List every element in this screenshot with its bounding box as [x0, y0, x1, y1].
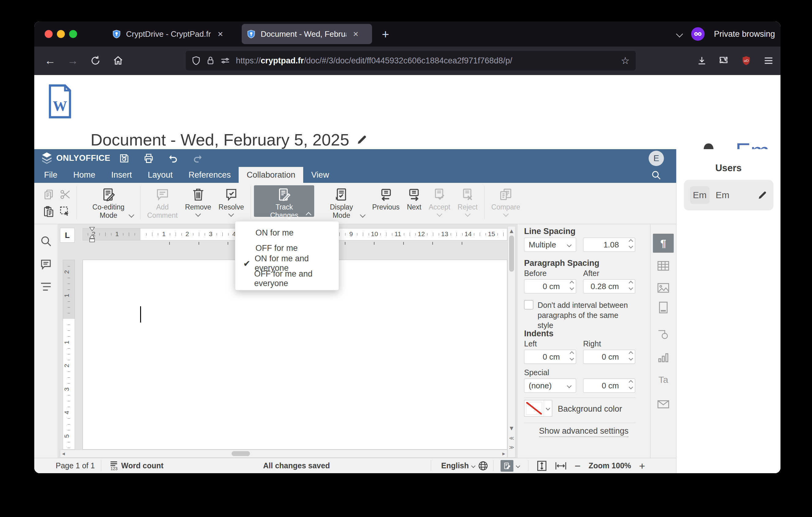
- advanced-settings-link[interactable]: Show advanced settings: [517, 426, 650, 436]
- save-icon[interactable]: [117, 152, 131, 165]
- mail-merge-icon[interactable]: [657, 400, 669, 409]
- undo-icon[interactable]: [167, 152, 180, 165]
- zoom-level[interactable]: Zoom 100%: [589, 461, 631, 470]
- scroll-down-icon[interactable]: ▼: [508, 425, 515, 432]
- menu-tab[interactable]: View: [303, 167, 337, 183]
- paste-icon[interactable]: [40, 203, 57, 220]
- reload-icon[interactable]: [87, 53, 104, 69]
- fit-page-icon[interactable]: [536, 460, 547, 471]
- close-tab-icon[interactable]: ×: [353, 29, 358, 38]
- rename-pencil-icon[interactable]: [356, 134, 368, 145]
- fit-width-icon[interactable]: [555, 461, 567, 470]
- tab-cryptdrive[interactable]: CryptDrive - CryptPad.fr ×: [107, 24, 237, 44]
- line-spacing-value-spinner[interactable]: 1.08: [583, 238, 635, 252]
- track-changes-toggle[interactable]: [500, 458, 520, 473]
- search-icon[interactable]: [651, 170, 662, 181]
- indent-markers[interactable]: [88, 227, 96, 243]
- new-tab-button[interactable]: +: [378, 27, 393, 42]
- previous-page-button[interactable]: ≪: [508, 435, 515, 441]
- adblocker-shield-icon[interactable]: uO: [738, 53, 754, 69]
- track-changes-menu-item[interactable]: ✔ OFF for me and everyone: [235, 271, 339, 287]
- line-spacing-select[interactable]: Multiple: [524, 238, 576, 252]
- menu-tab[interactable]: Home: [65, 167, 104, 183]
- editor-user-avatar[interactable]: E: [648, 151, 664, 166]
- home-icon[interactable]: [110, 53, 126, 69]
- tab-stop-selector[interactable]: L: [60, 228, 75, 243]
- spacing-after-spinner[interactable]: 0.28 cm: [583, 279, 635, 293]
- close-tab-icon[interactable]: ×: [218, 29, 223, 38]
- table-settings-icon[interactable]: [657, 261, 669, 271]
- shape-settings-icon[interactable]: [658, 329, 669, 340]
- same-style-checkbox[interactable]: [524, 300, 533, 309]
- reject-change-button[interactable]: Reject: [454, 185, 481, 216]
- permissions-icon[interactable]: [221, 57, 230, 64]
- track-changes-button[interactable]: Track Changes: [254, 185, 314, 217]
- remove-comment-button[interactable]: Remove: [181, 185, 215, 216]
- redo-icon[interactable]: [191, 152, 204, 165]
- spacing-before-spinner[interactable]: 0 cm: [524, 279, 576, 293]
- close-window-button[interactable]: [45, 30, 53, 38]
- display-mode-button[interactable]: Display Mode: [314, 185, 368, 217]
- connection-lock-icon[interactable]: [206, 56, 214, 65]
- back-icon[interactable]: ←: [42, 53, 58, 69]
- navigation-headings-icon[interactable]: [40, 282, 52, 292]
- indent-right-spinner[interactable]: 0 cm: [583, 350, 635, 364]
- menu-hamburger-icon[interactable]: [761, 53, 777, 69]
- chart-settings-icon[interactable]: [658, 352, 669, 363]
- zoom-out-icon[interactable]: −: [575, 463, 581, 469]
- vertical-scrollbar[interactable]: ▲ ▼ ≪ ≫: [508, 226, 516, 458]
- menu-tab[interactable]: Layout: [140, 167, 180, 183]
- print-icon[interactable]: [142, 152, 155, 165]
- image-settings-icon[interactable]: [657, 283, 669, 293]
- horizontal-scroll-thumb[interactable]: [232, 451, 250, 456]
- find-icon[interactable]: [40, 235, 52, 247]
- next-page-button[interactable]: ≫: [508, 444, 515, 450]
- tab-document[interactable]: Document - Wed, February 5, 2025 ×: [242, 24, 372, 44]
- list-all-tabs-icon[interactable]: [676, 31, 683, 38]
- downloads-icon[interactable]: [694, 53, 710, 69]
- resolve-comment-button[interactable]: Resolve: [215, 185, 248, 216]
- textart-settings-icon[interactable]: Ta: [659, 375, 668, 385]
- track-changes-menu-item[interactable]: ✔ OFF for me: [235, 240, 339, 256]
- edit-name-pencil-icon[interactable]: [757, 190, 767, 200]
- bookmark-star-icon[interactable]: ☆: [621, 55, 630, 66]
- horizontal-scrollbar[interactable]: ◂ ▸: [60, 450, 507, 458]
- compare-button[interactable]: Compare: [488, 185, 524, 216]
- add-comment-button[interactable]: Add Comment: [144, 185, 181, 220]
- minimize-window-button[interactable]: [57, 30, 65, 38]
- forward-icon[interactable]: →: [65, 53, 81, 69]
- header-footer-settings-icon[interactable]: [659, 301, 668, 314]
- background-color-picker[interactable]: [524, 400, 552, 416]
- accept-change-button[interactable]: Accept: [425, 185, 454, 216]
- next-change-button[interactable]: Next: [403, 185, 425, 211]
- special-value-spinner[interactable]: 0 cm: [583, 379, 635, 393]
- scroll-left-icon[interactable]: ◂: [62, 450, 65, 457]
- menu-tab[interactable]: File: [36, 167, 65, 183]
- menu-tab[interactable]: References: [180, 167, 239, 183]
- select-all-icon[interactable]: [57, 203, 74, 220]
- vertical-scroll-thumb[interactable]: [509, 236, 514, 272]
- paragraph-settings-icon[interactable]: ¶: [653, 234, 674, 253]
- previous-change-button[interactable]: Previous: [368, 185, 403, 211]
- url-bar[interactable]: https://cryptpad.fr/doc/#/3/doc/edit/ff0…: [186, 51, 636, 71]
- track-changes-menu-item[interactable]: ✔ ON for me and everyone: [235, 256, 339, 271]
- indent-left-spinner[interactable]: 0 cm: [524, 350, 576, 364]
- scroll-right-icon[interactable]: ▸: [502, 450, 505, 457]
- maximize-window-button[interactable]: [69, 30, 77, 38]
- special-select[interactable]: (none): [524, 379, 576, 393]
- track-changes-menu-item[interactable]: ✔ ON for me: [235, 225, 339, 240]
- page-indicator[interactable]: Page 1 of 1: [56, 458, 95, 473]
- zoom-in-icon[interactable]: +: [639, 463, 645, 469]
- menu-tab[interactable]: Collaboration: [239, 167, 303, 183]
- word-count-button[interactable]: 123 Word count: [110, 458, 164, 473]
- vertical-ruler[interactable]: 21123456: [63, 260, 75, 450]
- tracking-protection-shield-icon[interactable]: [192, 56, 200, 65]
- language-selector[interactable]: English: [441, 458, 488, 473]
- coediting-mode-button[interactable]: Co-editing Mode: [80, 185, 137, 217]
- extensions-puzzle-icon[interactable]: [716, 53, 732, 69]
- copy-icon[interactable]: [40, 186, 57, 203]
- scroll-up-icon[interactable]: ▲: [508, 227, 515, 235]
- comments-icon[interactable]: [40, 258, 52, 270]
- menu-tab[interactable]: Insert: [104, 167, 140, 183]
- cut-icon[interactable]: [57, 186, 74, 203]
